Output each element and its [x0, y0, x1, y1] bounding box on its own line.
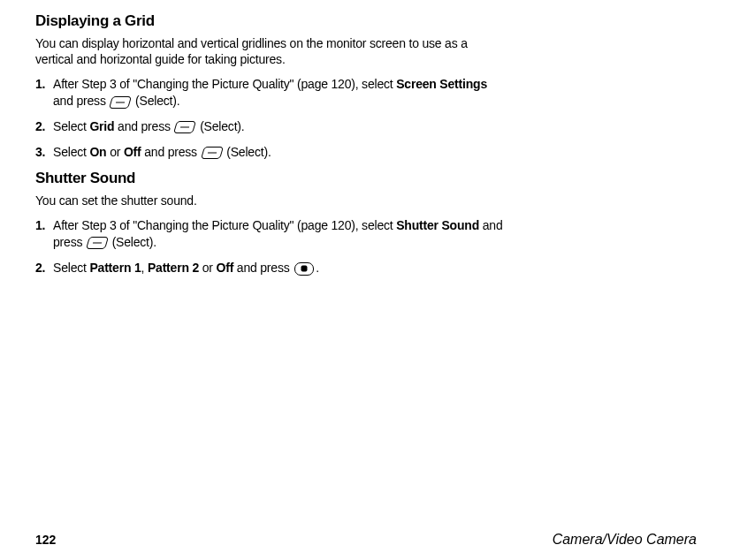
softkey-icon [109, 96, 132, 109]
step-text: (Select). [132, 94, 179, 108]
step-number: 2. [35, 118, 45, 135]
bold-term: On [89, 145, 106, 159]
step-number: 2. [35, 260, 45, 276]
page-content: Displaying a Grid You can display horizo… [35, 12, 508, 276]
step-number: 1. [35, 76, 45, 93]
step-text: (Select). [196, 119, 244, 133]
section-title: Camera/Video Camera [553, 532, 697, 548]
bold-term: Off [124, 145, 141, 159]
step-text: (Select). [224, 145, 271, 159]
bold-term: Shutter Sound [396, 218, 479, 232]
step-text: or [199, 261, 216, 275]
steps-grid: 1. After Step 3 of "Changing the Picture… [35, 76, 508, 161]
step-item: 2. Select Pattern 1, Pattern 2 or Off an… [53, 260, 508, 276]
page-number: 122 [35, 533, 56, 547]
heading-shutter-sound: Shutter Sound [35, 170, 508, 187]
bold-term: Off [216, 261, 233, 275]
step-text: and press [114, 119, 173, 133]
step-text: and press [53, 94, 109, 108]
heading-displaying-grid: Displaying a Grid [35, 12, 508, 30]
step-text: or [106, 145, 123, 159]
step-text: Select [53, 145, 89, 159]
step-text: . [316, 261, 319, 275]
step-item: 2. Select Grid and press (Select). [53, 118, 508, 135]
center-key-icon [294, 262, 314, 276]
steps-shutter: 1. After Step 3 of "Changing the Picture… [35, 217, 508, 276]
bold-term: Screen Settings [396, 77, 487, 91]
softkey-icon [86, 237, 109, 249]
step-text: and press [141, 145, 201, 159]
step-item: 1. After Step 3 of "Changing the Picture… [53, 76, 508, 110]
bold-term: Grid [89, 119, 114, 133]
intro-grid: You can display horizontal and vertical … [35, 35, 508, 67]
intro-shutter: You can set the shutter sound. [35, 193, 508, 208]
step-number: 1. [35, 217, 45, 234]
step-text: (Select). [109, 235, 156, 249]
softkey-icon [201, 147, 224, 159]
step-item: 1. After Step 3 of "Changing the Picture… [53, 217, 508, 251]
step-number: 3. [35, 144, 45, 161]
step-text: and press [233, 261, 293, 275]
step-text: Select [53, 119, 89, 133]
step-text: After Step 3 of "Changing the Picture Qu… [53, 77, 396, 91]
step-item: 3. Select On or Off and press (Select). [53, 144, 508, 161]
bold-term: Pattern 1 [89, 261, 141, 275]
softkey-icon [173, 121, 196, 133]
step-text: After Step 3 of "Changing the Picture Qu… [53, 218, 396, 232]
page-footer: 122 Camera/Video Camera [35, 532, 697, 548]
step-text: Select [53, 261, 89, 275]
step-text: , [141, 261, 148, 275]
bold-term: Pattern 2 [148, 261, 199, 275]
